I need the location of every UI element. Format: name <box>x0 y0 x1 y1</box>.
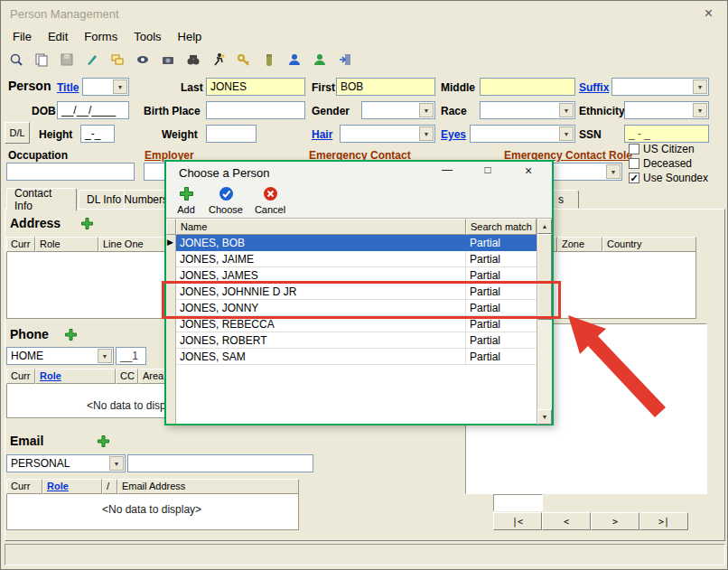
ethnicity-select[interactable] <box>624 101 709 119</box>
add-button[interactable]: Add <box>168 186 204 215</box>
chevron-down-icon[interactable] <box>419 126 434 141</box>
chevron-down-icon[interactable] <box>606 164 621 179</box>
menu-file[interactable]: File <box>5 28 40 46</box>
first-name-field[interactable]: BOB <box>336 78 435 96</box>
flask-icon[interactable] <box>259 50 279 70</box>
folders-icon[interactable] <box>107 50 127 70</box>
toolbar <box>6 48 355 71</box>
middle-name-field[interactable] <box>480 78 575 96</box>
nav-prev-button[interactable]: < <box>542 512 591 530</box>
phone-header-curr[interactable]: Curr <box>6 369 35 384</box>
hair-select[interactable] <box>340 125 435 143</box>
dl-button[interactable]: D/L <box>5 122 30 144</box>
eyes-link[interactable]: Eyes <box>441 128 466 141</box>
binoculars-icon[interactable] <box>183 50 203 70</box>
person-add-blue-icon[interactable] <box>285 50 304 70</box>
use-soundex-checkbox[interactable]: Use Soundex <box>629 172 708 184</box>
title-link[interactable]: Title <box>57 81 79 94</box>
chevron-down-icon[interactable] <box>113 79 127 94</box>
gender-select[interactable] <box>361 101 435 119</box>
chevron-down-icon[interactable] <box>419 103 434 117</box>
person-row[interactable]: JONES, SAMPartial <box>176 349 537 365</box>
nav-last-button[interactable]: >| <box>639 512 688 530</box>
dialog-minimize-button[interactable]: — <box>434 164 461 182</box>
dob-field[interactable]: __/__/____ <box>57 101 129 119</box>
search-icon[interactable] <box>6 50 26 70</box>
person-row[interactable]: JONES, ROBERTPartial <box>176 332 537 349</box>
height-field[interactable]: _-_ <box>80 125 115 143</box>
chevron-down-icon[interactable] <box>98 349 112 363</box>
email-header-address[interactable]: Email Address <box>117 479 299 494</box>
hair-link[interactable]: Hair <box>312 128 332 141</box>
add-phone-icon[interactable] <box>64 328 78 344</box>
annotation-rectangle <box>162 281 561 319</box>
grid-header-name[interactable]: Name <box>176 219 466 235</box>
choose-button[interactable]: Choose <box>204 186 247 215</box>
exit-icon[interactable] <box>335 50 355 70</box>
suffix-select[interactable] <box>611 78 709 96</box>
eyes-select[interactable] <box>470 125 575 143</box>
view-icon[interactable] <box>133 50 153 70</box>
phone-type-select[interactable]: HOME <box>6 347 114 365</box>
window-close-button[interactable]: × <box>705 5 713 22</box>
person-row[interactable]: JONES, JAIMEPartial <box>176 251 537 267</box>
add-email-icon[interactable] <box>97 435 110 451</box>
chevron-down-icon[interactable] <box>693 79 707 94</box>
tab-contact-info[interactable]: Contact Info <box>6 188 77 210</box>
last-name-field[interactable]: JONES <box>206 78 305 96</box>
email-type-select[interactable]: PERSONAL <box>6 454 126 472</box>
suffix-link[interactable]: Suffix <box>579 81 609 94</box>
chevron-down-icon[interactable] <box>109 456 124 471</box>
title-select[interactable] <box>82 78 129 96</box>
phone-header-role[interactable]: Role <box>35 369 116 384</box>
camera-icon[interactable] <box>158 50 178 70</box>
us-citizen-checkbox[interactable]: US Citizen <box>629 143 695 155</box>
person-results-grid: Name Search match ▶ JONES, BOBPartial JO… <box>166 218 552 424</box>
chevron-down-icon[interactable] <box>559 126 574 141</box>
chevron-down-icon[interactable] <box>693 103 707 117</box>
checkbox-box[interactable] <box>629 144 639 154</box>
phone-title: Phone <box>10 327 49 341</box>
email-address-field[interactable] <box>127 454 313 472</box>
save-icon[interactable] <box>57 50 77 70</box>
occupation-field[interactable] <box>6 163 135 181</box>
runner-icon[interactable] <box>209 50 229 70</box>
menu-forms[interactable]: Forms <box>76 28 126 46</box>
dialog-close-button[interactable]: × <box>515 164 542 182</box>
add-address-icon[interactable] <box>80 217 94 233</box>
key-icon[interactable] <box>234 50 254 70</box>
address-header-role[interactable]: Role <box>35 237 98 252</box>
checkbox-box[interactable] <box>629 158 639 169</box>
ssn-field[interactable]: _ - _ <box>624 125 709 143</box>
email-header-curr[interactable]: Curr <box>6 479 42 494</box>
phone-header-cc[interactable]: CC <box>116 369 138 384</box>
weight-field[interactable] <box>206 125 257 143</box>
checkbox-box[interactable] <box>629 173 639 183</box>
nav-next-button[interactable]: > <box>591 512 639 530</box>
phone-code-field[interactable]: __1 <box>116 347 146 365</box>
menu-tools[interactable]: Tools <box>126 28 169 46</box>
menu-help[interactable]: Help <box>170 28 210 46</box>
nav-first-button[interactable]: |< <box>493 512 542 530</box>
address-header-country[interactable]: Country <box>602 237 696 252</box>
address-header-curr[interactable]: Curr <box>6 237 35 252</box>
chevron-down-icon[interactable] <box>559 103 574 117</box>
grid-header-match[interactable]: Search match <box>466 219 537 235</box>
person-row[interactable]: JONES, BOBPartial <box>176 235 537 251</box>
email-header-role[interactable]: Role <box>42 479 102 494</box>
deceased-checkbox[interactable]: Deceased <box>629 157 692 170</box>
copy-icon[interactable] <box>32 50 51 70</box>
address-header-zone[interactable]: Zone <box>557 237 602 252</box>
tab-dl-info[interactable]: DL Info <box>79 190 129 209</box>
scroll-up-button[interactable]: ▲ <box>537 219 552 234</box>
sign-icon[interactable] <box>82 50 102 70</box>
race-select[interactable] <box>480 101 575 119</box>
ssn-label: SSN <box>579 128 602 141</box>
cancel-button[interactable]: Cancel <box>249 186 291 215</box>
dialog-maximize-button[interactable]: □ <box>474 164 501 182</box>
menu-edit[interactable]: Edit <box>40 28 76 46</box>
person-add-green-icon[interactable] <box>310 50 330 70</box>
birth-place-field[interactable] <box>206 101 305 119</box>
email-header-sort[interactable]: / <box>102 479 117 494</box>
ethnicity-label: Ethnicity <box>579 105 625 117</box>
